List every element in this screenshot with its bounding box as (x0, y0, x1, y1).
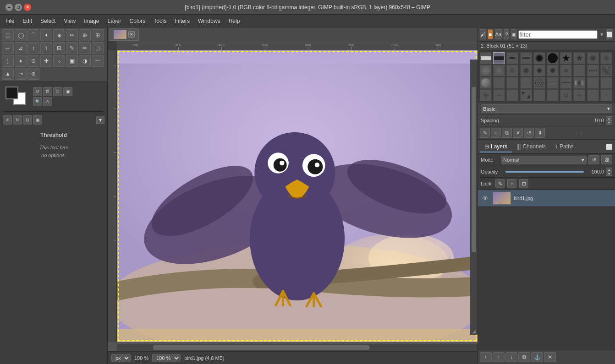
brush-action-refresh[interactable]: ↺ (524, 128, 534, 138)
menu-file[interactable]: File (2, 17, 18, 25)
tool-options-undo[interactable]: ↺ (3, 115, 12, 125)
brush-cell-20[interactable] (600, 65, 612, 76)
menu-view[interactable]: View (60, 17, 79, 25)
scrollbar-thumb-h[interactable] (153, 345, 369, 350)
tool-extra-1[interactable]: ↺ (33, 87, 42, 96)
brush-cell-6[interactable] (547, 52, 559, 64)
brush-cell-30[interactable]: ✦ (600, 77, 612, 89)
tab-channels[interactable]: ||| Channels (512, 141, 550, 152)
tool-align[interactable]: ⊟ (53, 42, 65, 54)
layer-anchor-btn[interactable]: ⚓ (531, 352, 543, 362)
minimize-button[interactable]: – (5, 4, 13, 11)
tool-options-redo[interactable]: ↻ (13, 115, 22, 125)
brush-action-new[interactable]: + (491, 128, 501, 138)
brushes-panel-maximize[interactable]: ⬜ (606, 29, 613, 39)
menu-colors[interactable]: Colors (126, 17, 149, 25)
tool-extra-4[interactable]: ▣ (63, 87, 72, 96)
brush-cell-33[interactable]: × (506, 89, 518, 101)
tool-bucket[interactable]: ⬦ (53, 55, 65, 67)
tool-select-by-color[interactable]: ◈ (53, 29, 65, 41)
brush-cell-32[interactable]: + (493, 89, 505, 101)
brush-cell-7[interactable] (560, 52, 572, 64)
brush-cell-3[interactable] (506, 52, 518, 64)
scrollbar-thumb-v[interactable] (472, 87, 476, 252)
brush-cell-28[interactable] (573, 77, 585, 89)
brush-cell-1[interactable] (480, 52, 492, 64)
tool-scissors[interactable]: ✂ (66, 29, 78, 41)
lock-position-btn[interactable]: + (507, 179, 516, 188)
spacing-spinner[interactable]: ▲ ▼ (606, 116, 612, 125)
brush-cell-23[interactable] (506, 77, 518, 89)
canvas-image[interactable] (117, 50, 478, 342)
tool-transform[interactable]: ↔ (2, 42, 14, 54)
layers-chain-btn[interactable]: ⛓ (601, 155, 612, 164)
brush-cell-18[interactable] (573, 65, 585, 76)
brush-tool-btn-1[interactable]: 🖌 (480, 29, 486, 39)
spacing-up[interactable]: ▲ (606, 116, 612, 120)
tab-close-button[interactable]: ✕ (128, 31, 135, 38)
layers-auto-btn[interactable]: ↺ (588, 155, 599, 164)
tool-extra-3[interactable]: □ (53, 87, 62, 96)
canvas-scrollbar-vertical[interactable]: ◢ (470, 60, 478, 335)
tool-foreground-select[interactable]: ⊕ (79, 29, 91, 41)
opacity-up[interactable]: ▲ (606, 168, 612, 172)
tool-select-free[interactable]: ⌒ (27, 29, 39, 41)
tool-search[interactable]: 🔍 (33, 97, 42, 106)
lock-pixels-btn[interactable]: ✎ (495, 179, 505, 188)
tool-select-fuzzy[interactable]: ✦ (40, 29, 52, 41)
layer-raise-btn[interactable]: ↑ (493, 352, 505, 362)
tool-heal[interactable]: ✚ (40, 55, 52, 67)
tool-airbrush[interactable]: ⋮ (2, 55, 14, 67)
brush-cell-4[interactable] (520, 52, 532, 64)
lock-alpha-btn[interactable]: ⊡ (519, 179, 528, 188)
menu-filters[interactable]: Filters (171, 17, 193, 25)
brush-cell-35[interactable] (533, 89, 545, 101)
brush-cell-38[interactable]: ⊹ (573, 89, 585, 101)
brush-cell-14[interactable] (520, 65, 532, 76)
foreground-color[interactable] (5, 87, 18, 99)
brush-cell-17[interactable] (560, 65, 572, 76)
brush-tool-btn-4[interactable]: ? (504, 29, 509, 39)
panel-menu-btn[interactable]: ▾ (96, 116, 104, 124)
tool-extra-2[interactable]: ⊡ (43, 87, 52, 96)
layer-new-btn[interactable]: + (480, 352, 492, 362)
layer-delete-btn[interactable]: ✕ (544, 352, 556, 362)
tool-ink[interactable]: ♦ (15, 55, 27, 67)
brushes-filter-dropdown[interactable]: ▾ (599, 30, 604, 39)
tool-select-ellipse[interactable]: ◯ (15, 29, 27, 41)
brush-cell-8[interactable] (573, 52, 585, 64)
brush-cell-2[interactable] (493, 52, 505, 64)
brush-cell-40[interactable]: + (600, 89, 612, 101)
brush-cell-24[interactable] (520, 77, 532, 89)
brush-cell-12[interactable] (493, 65, 505, 76)
close-button[interactable]: ✕ (24, 4, 31, 11)
menu-tools[interactable]: Tools (150, 17, 170, 25)
canvas-content[interactable]: ◢ (117, 50, 478, 342)
tool-flip[interactable]: ↕ (27, 42, 39, 54)
brush-cell-37[interactable]: ✿ (560, 89, 572, 101)
tool-paint[interactable]: ✎ (66, 42, 78, 54)
brush-cell-26[interactable] (547, 77, 559, 89)
tool-blend[interactable]: ▣ (66, 55, 78, 67)
brush-cell-36[interactable]: ⊕ (547, 89, 559, 101)
tab-layers[interactable]: ⊟ Layers (480, 141, 512, 152)
brush-cell-25[interactable] (533, 77, 545, 89)
tool-options-display[interactable]: ▣ (33, 115, 42, 125)
brush-cell-11[interactable] (480, 65, 492, 76)
opacity-down[interactable]: ▼ (606, 172, 612, 176)
tool-clone[interactable]: ⊙ (27, 55, 39, 67)
tool-measure[interactable]: ⊸ (15, 68, 27, 80)
tool-select-rect[interactable]: ⬚ (2, 29, 14, 41)
brush-cell-9[interactable] (587, 52, 599, 64)
brushes-filter-input[interactable] (518, 30, 598, 39)
tool-crop[interactable]: ⊞ (92, 29, 104, 41)
brush-cell-27[interactable] (560, 77, 572, 89)
maximize-button[interactable]: □ (15, 4, 22, 11)
layer-lower-btn[interactable]: ↓ (505, 352, 517, 362)
brush-cell-15[interactable] (533, 65, 545, 76)
canvas-scrollbar-horizontal[interactable] (117, 344, 478, 351)
brush-cell-21[interactable] (480, 77, 492, 89)
brush-action-delete[interactable]: ✕ (513, 128, 523, 138)
brush-cell-29[interactable] (587, 77, 599, 89)
layer-visibility-toggle[interactable]: 👁 (481, 194, 490, 203)
